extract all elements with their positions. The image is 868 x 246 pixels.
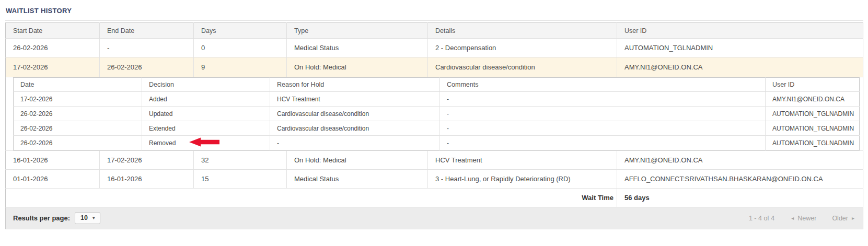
waitlist-row[interactable]: 16-01-2026 17-02-2026 32 On Hold: Medica… — [6, 151, 863, 170]
cell-details: 2 - Decompensation — [428, 39, 617, 57]
cell-user-id: AFFLO_CONNECT:SRIVATHSAN.BHASKARAN@ONEID… — [617, 170, 863, 189]
cell-type: Medical Status — [287, 170, 428, 189]
older-button-label: Older — [832, 215, 848, 222]
cell-type: On Hold: Medical — [287, 151, 428, 170]
sub-cell-date: 26-02-2026 — [14, 107, 142, 121]
sub-cell-date: 26-02-2026 — [14, 121, 142, 136]
newer-button[interactable]: ◂ Newer — [791, 215, 816, 222]
cell-start-date: 16-01-2026 — [6, 151, 100, 170]
waitlist-history-table: Start Date End Date Days Type Details Us… — [5, 22, 863, 207]
cell-type: On Hold: Medical — [287, 57, 428, 77]
cell-end-date: - — [100, 39, 194, 57]
sub-cell-reason: - — [270, 136, 440, 150]
page-title: WAITLIST HISTORY — [6, 7, 72, 15]
wait-time-value: 56 days — [617, 189, 863, 207]
pagination-range: 1 - 4 of 4 — [749, 215, 774, 222]
cell-user-id: AUTOMATION_TGLNADMIN — [617, 39, 863, 57]
sub-cell-comments: - — [440, 92, 766, 107]
table-header-row: Start Date End Date Days Type Details Us… — [6, 23, 863, 39]
chevron-down-icon: ▾ — [92, 215, 95, 220]
sub-column-header-date: Date — [14, 78, 142, 92]
sub-cell-reason: Cardiovascular disease/condition — [270, 107, 440, 121]
cell-type: Medical Status — [287, 39, 428, 57]
wait-time-summary-row: Wait Time 56 days — [6, 189, 863, 207]
wait-time-label: Wait Time — [6, 189, 617, 207]
cell-end-date: 17-02-2026 — [100, 151, 194, 170]
waitlist-row-expanded[interactable]: 17-02-2026 26-02-2026 9 On Hold: Medical… — [6, 57, 863, 77]
older-button[interactable]: Older ▸ — [832, 215, 854, 222]
waitlist-history-panel: WAITLIST HISTORY Start Date End Date Day… — [0, 0, 868, 229]
hold-history-row: 26-02-2026 Removed - — [14, 136, 860, 150]
chevron-left-icon: ◂ — [791, 215, 794, 221]
sub-cell-decision-text: Removed — [149, 139, 176, 147]
cell-details: HCV Treatment — [428, 151, 617, 170]
results-per-page-select[interactable]: 10 ▾ — [75, 212, 100, 224]
sub-cell-user-id: AUTOMATION_TGLNADMIN — [766, 121, 860, 136]
sub-column-header-user-id: User ID — [766, 78, 860, 92]
annotation-arrow-left-icon — [189, 137, 219, 148]
cell-details: 3 - Heart-Lung, or Rapidly Deteriorating… — [428, 170, 617, 189]
hold-history-row: 17-02-2026 Added HCV Treatment - AMY.NI1… — [14, 92, 860, 107]
results-per-page-value: 10 — [80, 214, 88, 221]
hold-history-row: 26-02-2026 Updated Cardiovascular diseas… — [14, 107, 860, 121]
cell-user-id: AMY.NI1@ONEID.ON.CA — [617, 151, 863, 170]
chevron-right-icon: ▸ — [852, 215, 854, 221]
cell-days: 9 — [194, 57, 287, 77]
sub-cell-decision: Updated — [142, 107, 270, 121]
cell-days: 0 — [194, 39, 287, 57]
column-header-end-date: End Date — [100, 23, 194, 39]
waitlist-row[interactable]: 01-01-2026 16-01-2026 15 Medical Status … — [6, 170, 863, 189]
sub-cell-reason: Cardiovascular disease/condition — [270, 121, 440, 136]
cell-details: Cardiovascular disease/condition — [428, 57, 617, 77]
sub-column-header-decision: Decision — [142, 78, 270, 92]
sub-cell-date: 17-02-2026 — [14, 92, 142, 107]
sub-cell-date: 26-02-2026 — [14, 136, 142, 150]
column-header-days: Days — [194, 23, 287, 39]
cell-start-date: 01-01-2026 — [6, 170, 100, 189]
sub-cell-decision: Added — [142, 92, 270, 107]
sub-cell-user-id: AUTOMATION_TGLNADMIN — [766, 107, 860, 121]
cell-days: 15 — [194, 170, 287, 189]
waitlist-row[interactable]: 26-02-2026 - 0 Medical Status 2 - Decomp… — [6, 39, 863, 57]
pagination: 1 - 4 of 4 ◂ Newer Older ▸ — [749, 215, 854, 222]
sub-cell-comments: - — [440, 121, 766, 136]
sub-cell-user-id: AMY.NI1@ONEID.ON.CA — [766, 92, 860, 107]
cell-user-id: AMY.NI1@ONEID.ON.CA — [617, 57, 863, 77]
column-header-type: Type — [287, 23, 428, 39]
sub-cell-reason: HCV Treatment — [270, 92, 440, 107]
sub-cell-decision: Removed — [142, 136, 270, 150]
hold-history-expansion-row: Date Decision Reason for Hold Comments U… — [6, 77, 863, 151]
sub-cell-comments: - — [440, 107, 766, 121]
hold-history-row: 26-02-2026 Extended Cardiovascular disea… — [14, 121, 860, 136]
results-per-page-group: Results per page: 10 ▾ — [13, 212, 100, 224]
hold-history-table: Date Decision Reason for Hold Comments U… — [13, 77, 860, 150]
sub-table-header-row: Date Decision Reason for Hold Comments U… — [14, 78, 860, 92]
sub-cell-decision: Extended — [142, 121, 270, 136]
sub-column-header-reason: Reason for Hold — [270, 78, 440, 92]
sub-cell-comments: - — [440, 136, 766, 150]
column-header-details: Details — [428, 23, 617, 39]
column-header-start-date: Start Date — [6, 23, 100, 39]
cell-start-date: 17-02-2026 — [6, 57, 100, 77]
section-title-divider: WAITLIST HISTORY — [5, 4, 863, 20]
cell-end-date: 16-01-2026 — [100, 170, 194, 189]
cell-days: 32 — [194, 151, 287, 170]
cell-end-date: 26-02-2026 — [100, 57, 194, 77]
sub-column-header-comments: Comments — [440, 78, 766, 92]
results-per-page-label: Results per page: — [13, 214, 70, 222]
cell-start-date: 26-02-2026 — [6, 39, 100, 57]
column-header-user-id: User ID — [617, 23, 863, 39]
newer-button-label: Newer — [797, 215, 816, 222]
table-footer-bar: Results per page: 10 ▾ 1 - 4 of 4 ◂ Newe… — [5, 207, 863, 229]
hold-history-container: Date Decision Reason for Hold Comments U… — [6, 77, 863, 151]
sub-cell-user-id: AUTOMATION_TGLNADMIN — [766, 136, 860, 150]
